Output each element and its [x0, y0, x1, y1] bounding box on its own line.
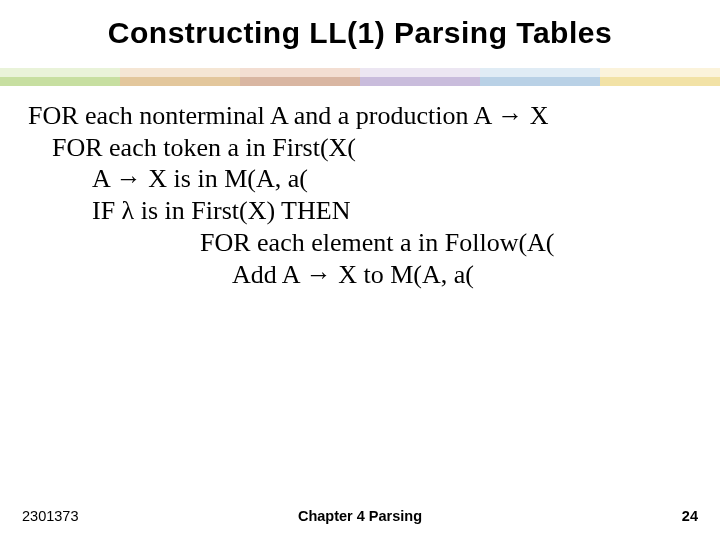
decorative-color-bars: [0, 68, 720, 86]
bar-segment: [360, 68, 480, 77]
bar-row-top: [0, 68, 720, 77]
bar-segment: [120, 77, 240, 86]
bar-segment: [480, 68, 600, 77]
slide-body: FOR each nonterminal A and a production …: [28, 100, 692, 290]
chapter-label: Chapter 4 Parsing: [0, 508, 720, 524]
bar-row-bottom: [0, 77, 720, 86]
algo-line: FOR each nonterminal A and a production …: [28, 100, 692, 132]
algo-line: FOR each token a in First(X(: [28, 132, 692, 164]
bar-segment: [480, 77, 600, 86]
bar-segment: [0, 77, 120, 86]
page-number: 24: [682, 508, 698, 524]
bar-segment: [120, 68, 240, 77]
algo-line: IF λ is in First(X) THEN: [28, 195, 692, 227]
slide: Constructing LL(1) Parsing Tables FOR ea…: [0, 0, 720, 540]
algo-line: Add A → X to M(A, a(: [28, 259, 692, 291]
bar-segment: [360, 77, 480, 86]
bar-segment: [240, 68, 360, 77]
algo-line: FOR each element a in Follow(A(: [28, 227, 692, 259]
bar-segment: [240, 77, 360, 86]
bar-segment: [0, 68, 120, 77]
slide-footer: 2301373 Chapter 4 Parsing 24: [0, 500, 720, 524]
bar-segment: [600, 68, 720, 77]
slide-title: Constructing LL(1) Parsing Tables: [0, 0, 720, 50]
bar-segment: [600, 77, 720, 86]
algo-line: A → X is in M(A, a(: [28, 163, 692, 195]
